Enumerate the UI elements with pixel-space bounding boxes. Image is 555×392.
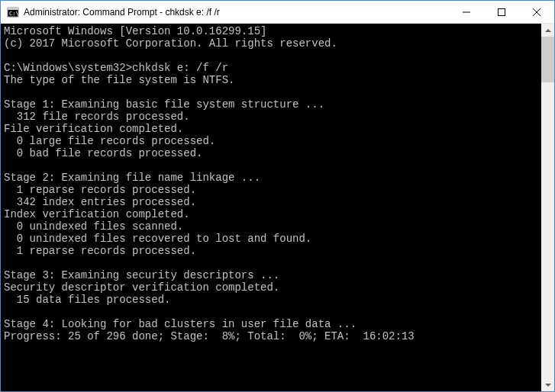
window-controls [449, 1, 554, 23]
window-titlebar: C:\ Administrator: Command Prompt - chkd… [1, 1, 554, 24]
app-icon: C:\ [7, 6, 19, 18]
scroll-up-button[interactable] [541, 24, 554, 37]
maximize-button[interactable] [484, 1, 519, 23]
terminal-output[interactable]: Microsoft Windows [Version 10.0.16299.15… [1, 24, 541, 391]
minimize-button[interactable] [449, 1, 484, 23]
terminal-area: Microsoft Windows [Version 10.0.16299.15… [1, 24, 554, 391]
svg-marker-8 [545, 384, 551, 387]
svg-text:C:\: C:\ [9, 11, 19, 17]
vertical-scrollbar[interactable] [541, 24, 554, 391]
svg-rect-4 [499, 8, 505, 15]
close-button[interactable] [519, 1, 554, 23]
scrollbar-thumb[interactable] [541, 37, 554, 82]
svg-marker-7 [545, 29, 551, 32]
scroll-down-button[interactable] [541, 378, 554, 391]
window-title: Administrator: Command Prompt - chkdsk e… [24, 7, 449, 18]
svg-rect-1 [8, 8, 18, 10]
scrollbar-track[interactable] [541, 37, 554, 378]
